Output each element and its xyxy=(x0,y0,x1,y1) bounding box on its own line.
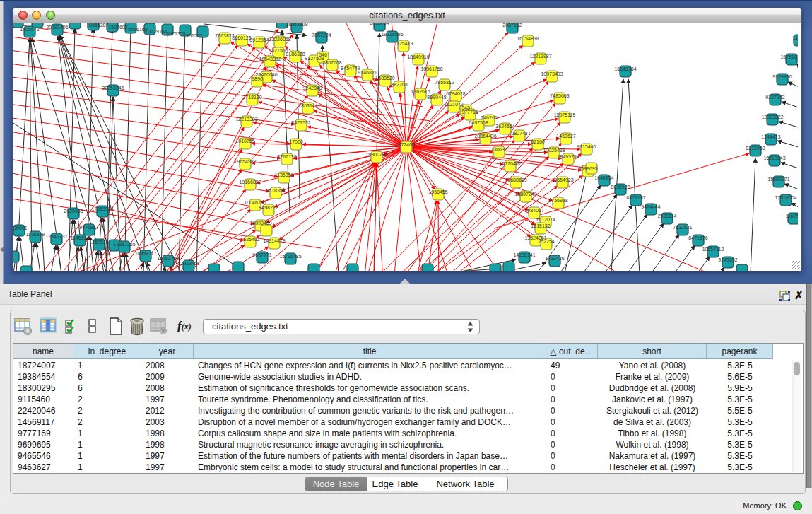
svg-text:14136141: 14136141 xyxy=(513,252,535,257)
svg-text:7625402: 7625402 xyxy=(240,237,259,242)
svg-text:2087682: 2087682 xyxy=(502,23,522,28)
svg-text:8813054: 8813054 xyxy=(370,23,389,25)
svg-text:10807487: 10807487 xyxy=(508,131,530,136)
svg-text:3624554: 3624554 xyxy=(495,124,514,129)
svg-text:16648784: 16648784 xyxy=(614,66,636,71)
svg-text:19654923: 19654923 xyxy=(551,177,573,182)
svg-text:12213987: 12213987 xyxy=(529,54,551,59)
svg-text:9245652: 9245652 xyxy=(718,257,737,262)
svg-text:1244413: 1244413 xyxy=(761,134,780,139)
svg-text:6879197: 6879197 xyxy=(626,195,645,200)
svg-text:8578354: 8578354 xyxy=(266,188,285,193)
svg-text:62160: 62160 xyxy=(531,139,545,144)
svg-text:6497568: 6497568 xyxy=(469,120,488,125)
svg-text:10958117: 10958117 xyxy=(135,251,157,256)
svg-text:8215958: 8215958 xyxy=(746,146,765,151)
svg-text:8267130: 8267130 xyxy=(277,154,296,159)
svg-text:1588520: 1588520 xyxy=(375,76,394,81)
svg-text:6794028: 6794028 xyxy=(446,91,465,96)
svg-text:2718120: 2718120 xyxy=(242,95,261,100)
svg-text:1156829: 1156829 xyxy=(26,232,45,237)
svg-text:20091406: 20091406 xyxy=(46,25,68,30)
svg-text:751552: 751552 xyxy=(186,33,202,38)
svg-text:882203: 882203 xyxy=(391,82,407,87)
svg-text:19166822: 19166822 xyxy=(239,180,261,185)
svg-text:835001: 835001 xyxy=(13,226,28,230)
svg-text:12942737: 12942737 xyxy=(45,234,67,239)
svg-text:15716485: 15716485 xyxy=(279,254,301,259)
svg-text:7955812: 7955812 xyxy=(435,80,454,85)
svg-text:16210643: 16210643 xyxy=(763,156,785,160)
svg-text:1733426: 1733426 xyxy=(545,256,564,261)
svg-text:10961758: 10961758 xyxy=(420,66,442,71)
svg-text:2867608: 2867608 xyxy=(322,60,341,65)
svg-text:16053809: 16053809 xyxy=(286,23,307,27)
svg-text:9975857: 9975857 xyxy=(79,225,98,230)
svg-text:1615132: 1615132 xyxy=(531,223,550,228)
svg-text:9474444: 9474444 xyxy=(641,204,660,209)
svg-text:9890: 9890 xyxy=(252,76,263,81)
svg-text:9498222: 9498222 xyxy=(259,205,278,210)
svg-text:15720407: 15720407 xyxy=(499,161,521,166)
svg-text:20364436: 20364436 xyxy=(474,134,496,139)
svg-text:8427552: 8427552 xyxy=(291,120,310,125)
svg-text:12923468: 12923468 xyxy=(177,261,199,266)
svg-text:14914479: 14914479 xyxy=(263,238,285,243)
svg-text:8660123: 8660123 xyxy=(232,35,251,40)
svg-text:1135359: 1135359 xyxy=(275,173,294,177)
svg-text:15692971: 15692971 xyxy=(767,177,789,182)
svg-text:1362615: 1362615 xyxy=(411,89,430,94)
svg-text:12213383: 12213383 xyxy=(235,117,257,122)
svg-text:738632: 738632 xyxy=(490,147,507,152)
svg-text:10654112: 10654112 xyxy=(702,247,724,252)
svg-text:1621072: 1621072 xyxy=(444,102,463,107)
svg-text:13226058: 13226058 xyxy=(269,37,290,42)
svg-text:18807249: 18807249 xyxy=(514,192,536,197)
svg-text:10655287: 10655287 xyxy=(86,23,108,28)
svg-text:17957255: 17957255 xyxy=(113,242,135,247)
svg-text:10973493: 10973493 xyxy=(541,71,563,76)
svg-text:116753: 116753 xyxy=(786,214,798,218)
svg-text:10046755: 10046755 xyxy=(244,200,266,205)
svg-text:9329966: 9329966 xyxy=(772,74,792,79)
svg-text:16671355: 16671355 xyxy=(163,31,185,36)
svg-text:8186328: 8186328 xyxy=(286,52,305,57)
svg-text:20053346: 20053346 xyxy=(102,86,124,90)
svg-text:9657771: 9657771 xyxy=(252,252,271,257)
svg-text:1010755: 1010755 xyxy=(235,139,254,144)
svg-text:977716: 977716 xyxy=(461,110,478,115)
svg-text:2020655: 2020655 xyxy=(64,209,83,214)
svg-text:12975115: 12975115 xyxy=(554,112,576,117)
svg-text:1958455: 1958455 xyxy=(428,189,447,194)
svg-text:7632621: 7632621 xyxy=(673,225,692,230)
svg-text:16543382: 16543382 xyxy=(259,57,281,62)
svg-text:9699695: 9699695 xyxy=(578,166,597,171)
svg-text:1012074: 1012074 xyxy=(536,217,555,222)
svg-text:1640954: 1640954 xyxy=(594,175,613,180)
svg-text:1405572: 1405572 xyxy=(20,27,39,32)
svg-text:11172: 11172 xyxy=(793,35,798,40)
svg-text:15751074: 15751074 xyxy=(780,54,798,59)
svg-text:18724007: 18724007 xyxy=(395,142,417,147)
svg-text:9115460: 9115460 xyxy=(577,144,596,149)
svg-text:2933114: 2933114 xyxy=(658,214,677,218)
svg-text:1125419: 1125419 xyxy=(394,41,413,46)
svg-text:17359924: 17359924 xyxy=(91,206,113,211)
svg-text:16782759: 16782759 xyxy=(157,256,179,261)
svg-text:8912954: 8912954 xyxy=(249,37,269,42)
svg-text:8938928: 8938928 xyxy=(611,185,630,189)
svg-text:546: 546 xyxy=(319,52,327,57)
svg-text:1463627: 1463627 xyxy=(556,134,575,139)
svg-text:9756928: 9756928 xyxy=(548,198,567,203)
svg-text:16154838: 16154838 xyxy=(517,36,539,41)
svg-text:17016504: 17016504 xyxy=(775,195,796,200)
svg-text:7485063: 7485063 xyxy=(550,93,569,98)
svg-text:1145194: 1145194 xyxy=(71,235,90,240)
svg-text:2803144: 2803144 xyxy=(298,103,317,108)
svg-text:18300295: 18300295 xyxy=(365,152,387,157)
svg-text:7857224: 7857224 xyxy=(312,33,331,37)
svg-text:12093822: 12093822 xyxy=(761,115,783,119)
svg-text:9146821: 9146821 xyxy=(358,70,377,75)
svg-text:9242848: 9242848 xyxy=(302,86,322,90)
svg-text:9084067: 9084067 xyxy=(524,208,543,213)
